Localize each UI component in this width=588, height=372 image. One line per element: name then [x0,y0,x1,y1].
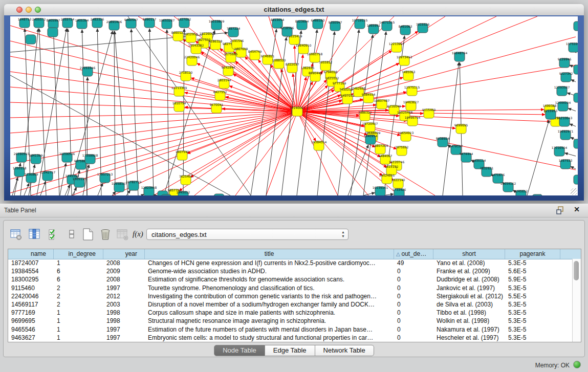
graph-node[interactable]: 7975692 [395,145,409,156]
graph-node[interactable]: 9245652 [514,189,528,195]
table-row[interactable]: 1938455462009Genome-wide association stu… [8,267,573,275]
graph-node[interactable] [214,194,224,195]
new-table-icon[interactable] [81,228,95,241]
tab-network-table[interactable]: Network Table [315,345,374,356]
graph-node[interactable]: 9474444 [460,152,473,162]
graph-node[interactable]: 16033809 [209,19,225,30]
column-header-year[interactable]: year [103,249,145,259]
graph-node[interactable]: 1505135 [73,177,86,187]
graph-node[interactable]: 9175685 [224,52,238,62]
graph-node[interactable]: 7485063 [402,70,416,80]
table-row[interactable]: 1830029562008Estimation of significance … [8,275,573,283]
graph-node[interactable]: 8322037 [286,62,299,73]
graph-node[interactable]: 9242844 [222,65,235,76]
float-window-icon[interactable] [556,206,564,214]
graph-node[interactable]: 10958107 [112,182,127,192]
delete-table-icon[interactable] [116,228,129,241]
graph-node[interactable] [574,65,578,74]
column-header-pagerank[interactable]: pagerank [505,249,560,259]
graph-node[interactable]: 7986322 [358,111,372,121]
column-header-name[interactable]: name [8,249,54,259]
graph-node[interactable]: 14671355 [379,20,395,31]
graph-node[interactable]: 9841399 [29,154,43,164]
graph-node[interactable]: 8938924 [436,137,450,147]
tab-node-table[interactable]: Node Table [214,345,265,356]
graph-node[interactable]: 21053346 [80,66,96,76]
table-row[interactable]: 946362711997Embryonic stem cells: a mode… [8,334,573,342]
graph-node[interactable]: 16135141 [373,186,388,195]
graph-node[interactable]: 22420046 [184,55,200,65]
table-row[interactable]: 911546021997Tourette syndrome. Phenomeno… [8,284,573,292]
graph-node[interactable]: 16648784 [452,51,468,61]
table-row[interactable]: 1872400712008Changes of HCN gene express… [8,259,573,267]
graph-node[interactable]: 7857224 [227,27,241,37]
graph-node[interactable]: 17016504 [552,146,568,156]
graph-node[interactable]: 7625401 [179,174,193,185]
graph-node[interactable]: 9384554 [362,93,376,103]
graph-node[interactable] [532,194,542,195]
graph-node[interactable]: 8215953 [544,109,558,119]
graph-node[interactable]: 9699695 [454,123,468,134]
graph-node[interactable]: 8660123 [171,31,185,41]
table-row[interactable]: 969969511998Structural magnetic resonanc… [8,317,573,325]
graph-node[interactable]: 1640954 [364,134,378,144]
graph-node[interactable]: 8990448 [309,71,322,81]
graph-node[interactable]: 1156869 [25,172,38,183]
graph-node[interactable]: 10653287 [159,18,175,29]
graph-node[interactable]: 9218596 [280,26,294,36]
graph-node[interactable]: 6497035 [341,94,355,104]
graph-node[interactable]: 9170041 [210,103,224,113]
graph-node[interactable]: 2483326 [91,17,104,28]
graph-node[interactable] [26,35,36,44]
function-builder-icon[interactable]: f(x) [133,230,146,243]
graph-node[interactable]: 9227342 [559,72,573,82]
network-canvas[interactable]: 1724000786601238912954182260589827503105… [10,16,578,195]
table-selector-dropdown[interactable]: citations_edges.txt ▲▼ [146,229,349,240]
graph-node[interactable]: 18807269 [373,144,388,154]
graph-node[interactable]: 2945012 [177,190,190,195]
graph-node[interactable]: 2718120 [179,71,193,81]
graph-node[interactable]: 2803144 [217,78,231,89]
graph-node[interactable]: 2055724 [61,17,75,28]
graph-node[interactable]: 8912954 [184,32,198,42]
graph-node[interactable] [574,175,578,184]
graph-node[interactable]: 2405572 [32,17,46,28]
scrollbar-thumb[interactable] [574,261,579,280]
column-edit-icon[interactable] [28,228,41,241]
graph-node[interactable]: 7522140 [391,178,405,188]
graph-node[interactable]: 1648713 [18,17,32,28]
column-header-short[interactable]: short [433,249,505,259]
graph-node[interactable]: 15692971 [558,129,574,140]
graph-node[interactable]: 12975115 [404,85,420,96]
vertical-scrollbar[interactable] [572,259,581,342]
graph-node[interactable]: 8523694 [295,19,309,30]
graph-node[interactable] [48,28,58,37]
graph-node[interactable]: 19463627 [403,100,419,111]
graph-node[interactable]: 19654923 [398,131,414,141]
graph-node[interactable]: 8427552 [213,90,227,100]
graph-node[interactable]: 12342757 [40,170,56,181]
graph-node[interactable]: 12923448 [141,186,157,195]
graph-node[interactable]: 1527002 [178,17,191,28]
close-icon[interactable]: ✕ [574,205,580,213]
graph-node[interactable]: 20206536 [59,152,75,162]
column-header-title[interactable]: title [145,249,394,259]
graph-node[interactable]: 1810754 [172,101,186,112]
graph-node[interactable]: 8905997 [47,18,60,29]
graph-node[interactable]: 9115460 [422,108,436,118]
graph-node[interactable]: 7515526 [416,23,430,33]
graph-node[interactable]: 12213399 [171,86,187,96]
graph-node[interactable]: 20891406 [106,20,122,30]
graph-node[interactable]: 12213967 [389,42,405,52]
graph-node[interactable]: 8186328 [209,39,223,50]
graph-node[interactable]: 9129946 [558,57,572,68]
graph-node[interactable]: 8461063 [399,25,412,35]
table-settings-icon[interactable] [10,228,23,241]
graph-node[interactable]: 15751074 [566,42,578,52]
merge-rows-icon[interactable] [66,228,79,241]
graph-node[interactable]: 7955812 [319,60,333,71]
graph-node[interactable]: 1733426 [393,188,406,195]
graph-node[interactable]: 8454749 [248,50,262,60]
graph-node[interactable]: 10543382 [188,43,204,54]
resize-grip[interactable] [571,188,577,195]
